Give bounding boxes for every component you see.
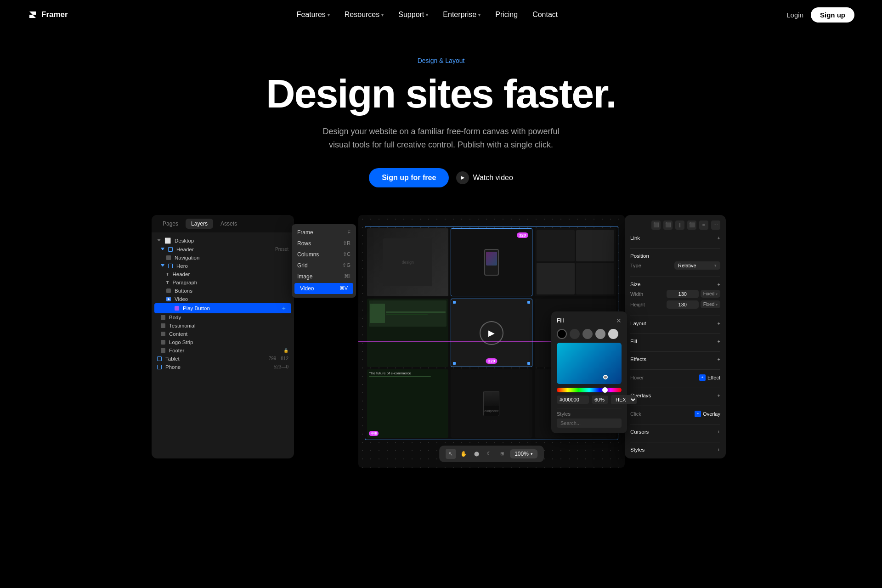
- dist-horiz-icon[interactable]: ⬛: [687, 220, 696, 230]
- hand-tool[interactable]: ✋: [458, 449, 469, 459]
- tab-assets[interactable]: Assets: [215, 219, 243, 229]
- gradient-handle[interactable]: [603, 375, 608, 379]
- nav-resources[interactable]: Resources ▾: [345, 11, 384, 19]
- video-icon: ▶: [166, 297, 171, 301]
- list-item[interactable]: Content: [152, 330, 294, 338]
- swatch-dark[interactable]: [570, 329, 580, 339]
- width-label: Width: [630, 291, 643, 297]
- size-label: Size: [630, 282, 640, 287]
- add-size-icon[interactable]: +: [718, 282, 720, 287]
- phone-mockup: [484, 249, 499, 276]
- add-style-icon[interactable]: +: [718, 447, 720, 452]
- add-overlay-icon[interactable]: +: [718, 393, 720, 398]
- moon-tool[interactable]: ☾: [484, 449, 494, 459]
- list-item[interactable]: Play Button +: [154, 303, 291, 313]
- ctx-key: ⇧G: [342, 262, 351, 268]
- list-item[interactable]: Hero: [152, 262, 294, 270]
- ctx-key: ⇧C: [343, 251, 351, 257]
- align-right-icon[interactable]: |: [675, 220, 684, 230]
- list-item[interactable]: Body: [152, 313, 294, 322]
- login-button[interactable]: Login: [786, 11, 803, 19]
- effects-label: Effects: [630, 356, 646, 362]
- list-item[interactable]: ⬜ Desktop: [152, 236, 294, 245]
- mode-select[interactable]: HEX RGB HSL: [611, 395, 637, 404]
- play-icon: ▶: [456, 171, 469, 184]
- more-icon[interactable]: ⋯: [711, 220, 720, 230]
- add-fill-icon[interactable]: +: [718, 339, 720, 344]
- signup-cta-button[interactable]: Sign up for free: [369, 168, 449, 187]
- list-item[interactable]: Testimonial: [152, 322, 294, 330]
- ctx-rows[interactable]: Rows ⇧R: [292, 238, 356, 249]
- height-input[interactable]: 130: [667, 300, 699, 309]
- select-tool[interactable]: ↖: [446, 449, 456, 459]
- styles-search[interactable]: [557, 418, 622, 428]
- ctx-image[interactable]: Image ⌘I: [292, 271, 356, 282]
- chevron-icon: ▾: [714, 263, 717, 268]
- position-type-select[interactable]: Relative ▾: [674, 261, 720, 270]
- add-cursor-icon[interactable]: +: [718, 429, 720, 435]
- list-item[interactable]: Phone 523—0: [152, 363, 294, 371]
- ctx-video[interactable]: Video ⌘V: [294, 283, 353, 294]
- list-item[interactable]: Footer 🔒: [152, 346, 294, 355]
- list-item[interactable]: Navigation: [152, 254, 294, 262]
- list-item[interactable]: Buttons: [152, 287, 294, 295]
- add-link-icon[interactable]: +: [718, 235, 720, 241]
- width-input[interactable]: 130: [667, 290, 699, 298]
- canvas-center-thumb[interactable]: ▶ 320: [451, 299, 532, 367]
- swatch-white[interactable]: [608, 329, 618, 339]
- click-badge[interactable]: + Overlay: [695, 411, 720, 417]
- ctx-columns[interactable]: Columns ⇧C: [292, 249, 356, 260]
- add-layout-icon[interactable]: +: [718, 321, 720, 326]
- swatch-light[interactable]: [595, 329, 605, 339]
- list-item[interactable]: T Header: [152, 270, 294, 278]
- signup-button[interactable]: Sign up: [811, 7, 854, 23]
- nav-features[interactable]: Features ▾: [297, 11, 330, 19]
- nav-enterprise[interactable]: Enterprise ▾: [443, 11, 481, 19]
- tab-layers[interactable]: Layers: [186, 219, 213, 229]
- hue-slider[interactable]: [557, 388, 622, 392]
- tab-pages[interactable]: Pages: [157, 219, 184, 229]
- watch-video-button[interactable]: ▶ Watch video: [456, 171, 513, 184]
- width-mode[interactable]: Fixed ▾: [701, 290, 720, 298]
- color-gradient-picker[interactable]: [557, 343, 622, 384]
- overlays-section: Overlays +: [630, 393, 720, 406]
- swatch-mid[interactable]: [582, 329, 593, 339]
- position-section: Position Type Relative ▾: [630, 253, 720, 277]
- layout-section: Layout +: [630, 321, 720, 334]
- grid-icon: [161, 323, 165, 328]
- nav-layer-icon: [166, 255, 171, 260]
- align-center-icon[interactable]: ⬛: [663, 220, 673, 230]
- zoom-display[interactable]: 100% ▾: [510, 449, 537, 458]
- ctx-key: ⌘I: [344, 273, 351, 279]
- nav-contact[interactable]: Contact: [532, 11, 558, 19]
- nav-logo[interactable]: Framer: [28, 10, 68, 20]
- list-item[interactable]: Logo Strip: [152, 338, 294, 346]
- list-item[interactable]: T Paragraph: [152, 278, 294, 287]
- align-left-icon[interactable]: ⬛: [651, 220, 661, 230]
- list-item[interactable]: ▶ Video: [152, 295, 294, 303]
- fill-section: Fill +: [630, 339, 720, 352]
- dist-vert-icon[interactable]: ≡: [699, 220, 708, 230]
- ctx-frame[interactable]: Frame F: [292, 227, 356, 238]
- frame-icon: [157, 365, 162, 369]
- hero-tag: Design & Layout: [418, 57, 465, 64]
- ctx-grid[interactable]: Grid ⇧G: [292, 260, 356, 271]
- effects-section: Effects +: [630, 356, 720, 370]
- list-item[interactable]: Tablet 799—812: [152, 355, 294, 363]
- hero-layer-icon: [168, 264, 173, 268]
- dot-tool[interactable]: ⬤: [471, 449, 481, 459]
- nav-support[interactable]: Support ▾: [398, 11, 428, 19]
- add-effects-icon[interactable]: +: [718, 356, 720, 362]
- opacity-input[interactable]: [592, 396, 608, 404]
- list-item[interactable]: Header Preset: [152, 245, 294, 254]
- grid-tool[interactable]: ⊞: [497, 449, 507, 459]
- hue-handle[interactable]: [602, 387, 608, 393]
- styles-panel-section: Styles +: [630, 447, 720, 458]
- nav-pricing[interactable]: Pricing: [495, 11, 518, 19]
- hover-badge[interactable]: + Effect: [699, 374, 720, 381]
- add-icon[interactable]: +: [282, 305, 286, 312]
- swatch-black[interactable]: [557, 329, 567, 339]
- hex-input[interactable]: [557, 396, 589, 404]
- close-icon[interactable]: ✕: [616, 317, 622, 324]
- height-mode[interactable]: Fixed ▾: [701, 300, 720, 308]
